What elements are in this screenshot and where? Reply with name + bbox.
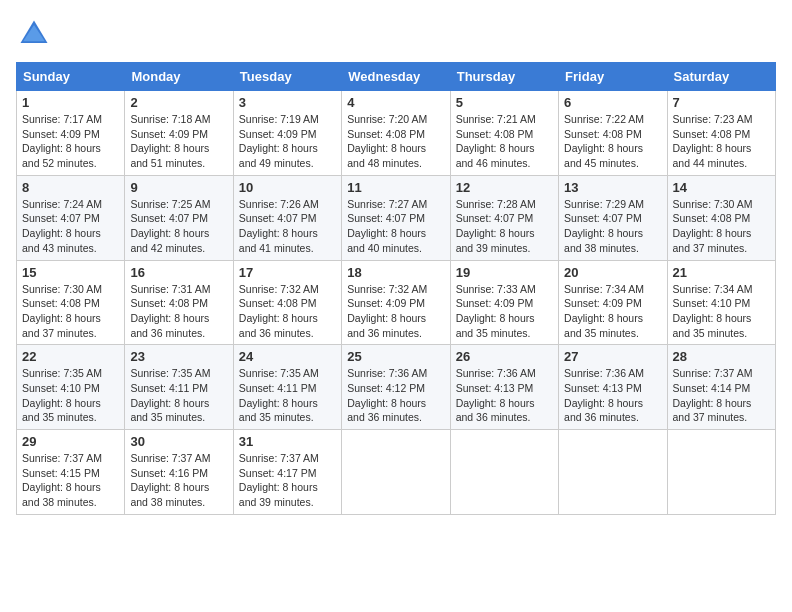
day-number: 18 <box>347 265 444 280</box>
calendar-week-4: 22 Sunrise: 7:35 AM Sunset: 4:10 PM Dayl… <box>17 345 776 430</box>
day-info: Sunrise: 7:21 AM Sunset: 4:08 PM Dayligh… <box>456 112 553 171</box>
calendar-cell: 1 Sunrise: 7:17 AM Sunset: 4:09 PM Dayli… <box>17 91 125 176</box>
calendar-cell: 24 Sunrise: 7:35 AM Sunset: 4:11 PM Dayl… <box>233 345 341 430</box>
day-info: Sunrise: 7:36 AM Sunset: 4:13 PM Dayligh… <box>564 366 661 425</box>
day-info: Sunrise: 7:22 AM Sunset: 4:08 PM Dayligh… <box>564 112 661 171</box>
day-number: 13 <box>564 180 661 195</box>
calendar-week-3: 15 Sunrise: 7:30 AM Sunset: 4:08 PM Dayl… <box>17 260 776 345</box>
day-number: 21 <box>673 265 770 280</box>
day-number: 8 <box>22 180 119 195</box>
day-number: 31 <box>239 434 336 449</box>
day-number: 23 <box>130 349 227 364</box>
calendar-cell: 16 Sunrise: 7:31 AM Sunset: 4:08 PM Dayl… <box>125 260 233 345</box>
day-info: Sunrise: 7:30 AM Sunset: 4:08 PM Dayligh… <box>22 282 119 341</box>
day-number: 28 <box>673 349 770 364</box>
calendar-cell: 22 Sunrise: 7:35 AM Sunset: 4:10 PM Dayl… <box>17 345 125 430</box>
calendar-table: SundayMondayTuesdayWednesdayThursdayFrid… <box>16 62 776 515</box>
day-info: Sunrise: 7:32 AM Sunset: 4:09 PM Dayligh… <box>347 282 444 341</box>
weekday-wednesday: Wednesday <box>342 63 450 91</box>
day-info: Sunrise: 7:37 AM Sunset: 4:16 PM Dayligh… <box>130 451 227 510</box>
calendar-cell: 25 Sunrise: 7:36 AM Sunset: 4:12 PM Dayl… <box>342 345 450 430</box>
day-info: Sunrise: 7:28 AM Sunset: 4:07 PM Dayligh… <box>456 197 553 256</box>
day-number: 3 <box>239 95 336 110</box>
day-info: Sunrise: 7:27 AM Sunset: 4:07 PM Dayligh… <box>347 197 444 256</box>
calendar-cell <box>342 430 450 515</box>
day-info: Sunrise: 7:34 AM Sunset: 4:10 PM Dayligh… <box>673 282 770 341</box>
calendar-cell <box>667 430 775 515</box>
day-number: 5 <box>456 95 553 110</box>
day-info: Sunrise: 7:35 AM Sunset: 4:10 PM Dayligh… <box>22 366 119 425</box>
calendar-cell: 9 Sunrise: 7:25 AM Sunset: 4:07 PM Dayli… <box>125 175 233 260</box>
day-info: Sunrise: 7:24 AM Sunset: 4:07 PM Dayligh… <box>22 197 119 256</box>
calendar-cell <box>450 430 558 515</box>
day-info: Sunrise: 7:36 AM Sunset: 4:12 PM Dayligh… <box>347 366 444 425</box>
calendar-cell: 11 Sunrise: 7:27 AM Sunset: 4:07 PM Dayl… <box>342 175 450 260</box>
day-info: Sunrise: 7:32 AM Sunset: 4:08 PM Dayligh… <box>239 282 336 341</box>
calendar-week-5: 29 Sunrise: 7:37 AM Sunset: 4:15 PM Dayl… <box>17 430 776 515</box>
calendar-cell: 20 Sunrise: 7:34 AM Sunset: 4:09 PM Dayl… <box>559 260 667 345</box>
calendar-cell: 2 Sunrise: 7:18 AM Sunset: 4:09 PM Dayli… <box>125 91 233 176</box>
calendar-cell: 19 Sunrise: 7:33 AM Sunset: 4:09 PM Dayl… <box>450 260 558 345</box>
day-info: Sunrise: 7:37 AM Sunset: 4:15 PM Dayligh… <box>22 451 119 510</box>
day-number: 4 <box>347 95 444 110</box>
calendar-cell: 21 Sunrise: 7:34 AM Sunset: 4:10 PM Dayl… <box>667 260 775 345</box>
day-info: Sunrise: 7:37 AM Sunset: 4:14 PM Dayligh… <box>673 366 770 425</box>
calendar-cell: 13 Sunrise: 7:29 AM Sunset: 4:07 PM Dayl… <box>559 175 667 260</box>
weekday-saturday: Saturday <box>667 63 775 91</box>
weekday-thursday: Thursday <box>450 63 558 91</box>
calendar-cell: 29 Sunrise: 7:37 AM Sunset: 4:15 PM Dayl… <box>17 430 125 515</box>
logo <box>16 16 56 52</box>
calendar-cell: 10 Sunrise: 7:26 AM Sunset: 4:07 PM Dayl… <box>233 175 341 260</box>
calendar-cell: 17 Sunrise: 7:32 AM Sunset: 4:08 PM Dayl… <box>233 260 341 345</box>
weekday-friday: Friday <box>559 63 667 91</box>
weekday-monday: Monday <box>125 63 233 91</box>
day-number: 14 <box>673 180 770 195</box>
day-number: 17 <box>239 265 336 280</box>
calendar-week-1: 1 Sunrise: 7:17 AM Sunset: 4:09 PM Dayli… <box>17 91 776 176</box>
calendar-cell: 23 Sunrise: 7:35 AM Sunset: 4:11 PM Dayl… <box>125 345 233 430</box>
day-number: 20 <box>564 265 661 280</box>
day-info: Sunrise: 7:26 AM Sunset: 4:07 PM Dayligh… <box>239 197 336 256</box>
day-info: Sunrise: 7:34 AM Sunset: 4:09 PM Dayligh… <box>564 282 661 341</box>
day-info: Sunrise: 7:18 AM Sunset: 4:09 PM Dayligh… <box>130 112 227 171</box>
calendar-week-2: 8 Sunrise: 7:24 AM Sunset: 4:07 PM Dayli… <box>17 175 776 260</box>
day-info: Sunrise: 7:31 AM Sunset: 4:08 PM Dayligh… <box>130 282 227 341</box>
calendar-cell <box>559 430 667 515</box>
calendar-cell: 27 Sunrise: 7:36 AM Sunset: 4:13 PM Dayl… <box>559 345 667 430</box>
day-info: Sunrise: 7:25 AM Sunset: 4:07 PM Dayligh… <box>130 197 227 256</box>
calendar-cell: 7 Sunrise: 7:23 AM Sunset: 4:08 PM Dayli… <box>667 91 775 176</box>
day-info: Sunrise: 7:29 AM Sunset: 4:07 PM Dayligh… <box>564 197 661 256</box>
day-number: 29 <box>22 434 119 449</box>
day-info: Sunrise: 7:23 AM Sunset: 4:08 PM Dayligh… <box>673 112 770 171</box>
day-number: 26 <box>456 349 553 364</box>
day-number: 11 <box>347 180 444 195</box>
calendar-cell: 26 Sunrise: 7:36 AM Sunset: 4:13 PM Dayl… <box>450 345 558 430</box>
calendar-cell: 8 Sunrise: 7:24 AM Sunset: 4:07 PM Dayli… <box>17 175 125 260</box>
logo-icon <box>16 16 52 52</box>
day-info: Sunrise: 7:20 AM Sunset: 4:08 PM Dayligh… <box>347 112 444 171</box>
day-number: 25 <box>347 349 444 364</box>
day-info: Sunrise: 7:33 AM Sunset: 4:09 PM Dayligh… <box>456 282 553 341</box>
day-info: Sunrise: 7:36 AM Sunset: 4:13 PM Dayligh… <box>456 366 553 425</box>
day-number: 1 <box>22 95 119 110</box>
day-number: 30 <box>130 434 227 449</box>
calendar-cell: 14 Sunrise: 7:30 AM Sunset: 4:08 PM Dayl… <box>667 175 775 260</box>
calendar-cell: 18 Sunrise: 7:32 AM Sunset: 4:09 PM Dayl… <box>342 260 450 345</box>
calendar-cell: 30 Sunrise: 7:37 AM Sunset: 4:16 PM Dayl… <box>125 430 233 515</box>
day-number: 7 <box>673 95 770 110</box>
day-number: 6 <box>564 95 661 110</box>
calendar-cell: 28 Sunrise: 7:37 AM Sunset: 4:14 PM Dayl… <box>667 345 775 430</box>
day-info: Sunrise: 7:37 AM Sunset: 4:17 PM Dayligh… <box>239 451 336 510</box>
day-number: 22 <box>22 349 119 364</box>
day-number: 15 <box>22 265 119 280</box>
calendar-cell: 31 Sunrise: 7:37 AM Sunset: 4:17 PM Dayl… <box>233 430 341 515</box>
weekday-sunday: Sunday <box>17 63 125 91</box>
day-number: 27 <box>564 349 661 364</box>
day-info: Sunrise: 7:35 AM Sunset: 4:11 PM Dayligh… <box>239 366 336 425</box>
calendar-cell: 15 Sunrise: 7:30 AM Sunset: 4:08 PM Dayl… <box>17 260 125 345</box>
calendar-cell: 6 Sunrise: 7:22 AM Sunset: 4:08 PM Dayli… <box>559 91 667 176</box>
day-info: Sunrise: 7:35 AM Sunset: 4:11 PM Dayligh… <box>130 366 227 425</box>
calendar-cell: 12 Sunrise: 7:28 AM Sunset: 4:07 PM Dayl… <box>450 175 558 260</box>
day-number: 12 <box>456 180 553 195</box>
day-info: Sunrise: 7:19 AM Sunset: 4:09 PM Dayligh… <box>239 112 336 171</box>
